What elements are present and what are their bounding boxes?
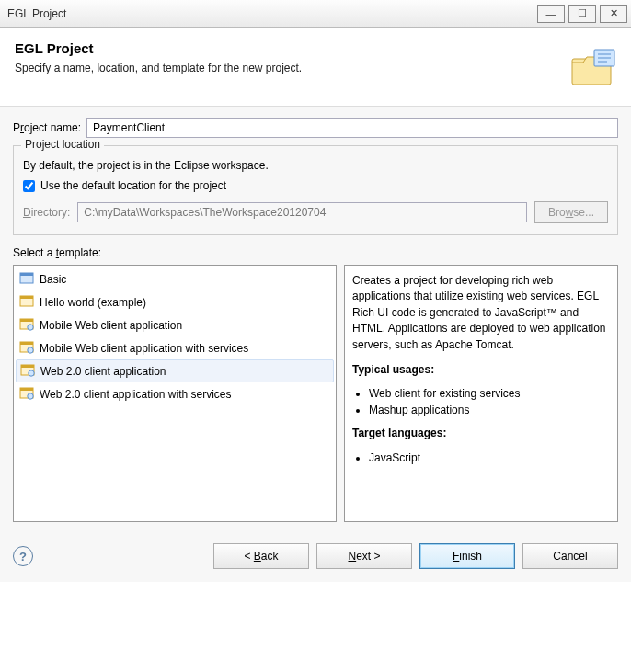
svg-rect-6 (20, 273, 33, 276)
project-location-legend: Project location (21, 138, 104, 151)
cancel-button[interactable]: Cancel (522, 543, 618, 569)
location-desc: By default, the project is in the Eclips… (23, 159, 608, 172)
template-item[interactable]: Basic (14, 268, 336, 290)
page-title: EGL Project (15, 40, 616, 56)
default-location-label: Use the default location for the project (40, 179, 226, 192)
svg-point-20 (28, 393, 33, 399)
minimize-button[interactable]: — (537, 5, 565, 23)
page-subtitle: Specify a name, location, and template f… (15, 62, 616, 74)
project-name-label: Project name: (13, 121, 81, 134)
wizard-buttons: ? < Back Next > Finish Cancel (0, 530, 631, 582)
usages-list: Web client for existing servicesMashup a… (352, 387, 610, 416)
template-item-label: Web 2.0 client application with services (40, 388, 232, 401)
project-name-input[interactable] (86, 118, 618, 138)
svg-point-11 (28, 325, 33, 330)
directory-input (77, 202, 527, 222)
template-item-label: Basic (40, 273, 66, 286)
project-folder-icon (567, 44, 618, 91)
maximize-button[interactable]: ☐ (568, 5, 596, 23)
template-list[interactable]: BasicHello world (example)Mobile Web cli… (13, 265, 337, 522)
template-item[interactable]: Mobile Web client application (14, 313, 336, 336)
titlebar: EGL Project — ☐ ✕ (0, 0, 631, 28)
template-desc-para: Creates a project for developing rich we… (352, 273, 610, 353)
project-name-row: Project name: (13, 118, 618, 138)
directory-label: Directory: (23, 206, 70, 219)
back-button[interactable]: < Back (213, 543, 309, 569)
language-item: JavaScript (369, 451, 610, 464)
template-description: Creates a project for developing rich we… (344, 265, 618, 522)
default-location-checkbox[interactable] (23, 180, 35, 192)
finish-button[interactable]: Finish (419, 543, 515, 569)
template-item-label: Hello world (example) (40, 296, 146, 309)
template-icon (20, 362, 35, 380)
template-icon (19, 385, 34, 403)
window-title: EGL Project (7, 7, 533, 20)
svg-rect-13 (20, 342, 33, 345)
template-icon (19, 293, 34, 311)
template-item[interactable]: Web 2.0 client application (16, 359, 334, 382)
template-item-label: Mobile Web client application (40, 319, 182, 332)
template-icon (19, 270, 34, 288)
template-item[interactable]: Hello world (example) (14, 290, 336, 313)
svg-point-17 (29, 370, 34, 376)
next-button[interactable]: Next > (316, 543, 412, 569)
languages-list: JavaScript (352, 451, 610, 464)
project-location-group: Project location By default, the project… (13, 145, 618, 235)
template-item[interactable]: Web 2.0 client application with services (14, 382, 336, 405)
svg-rect-10 (20, 319, 33, 322)
svg-rect-8 (20, 296, 33, 299)
template-item-label: Mobile Web client application with servi… (40, 342, 248, 355)
usage-item: Mashup applications (369, 404, 610, 416)
template-item-label: Web 2.0 client application (40, 365, 166, 378)
template-icon (19, 339, 34, 357)
usages-heading: Typical usages: (352, 363, 434, 376)
languages-heading: Target languages: (352, 427, 446, 439)
wizard-header: EGL Project Specify a name, location, an… (0, 28, 631, 107)
usage-item: Web client for existing services (369, 387, 610, 400)
svg-rect-16 (21, 365, 34, 368)
template-icon (19, 316, 34, 334)
template-item[interactable]: Mobile Web client application with servi… (14, 336, 336, 359)
template-label: Select a template: (13, 246, 618, 259)
svg-rect-19 (20, 388, 33, 391)
svg-point-14 (28, 347, 33, 353)
wizard-content: Project name: Project location By defaul… (0, 107, 631, 530)
help-icon[interactable]: ? (13, 546, 33, 566)
close-button[interactable]: ✕ (600, 5, 627, 23)
browse-button: Browse... (534, 201, 608, 223)
